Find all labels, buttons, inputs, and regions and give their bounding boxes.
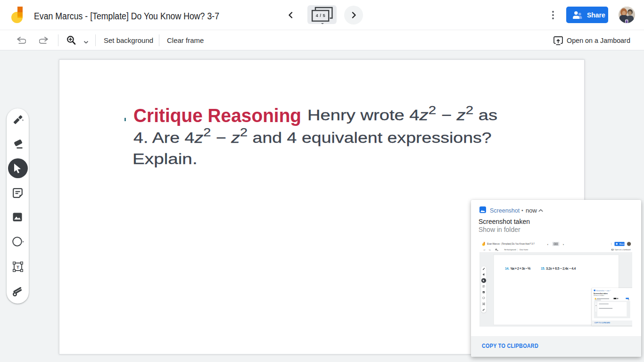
svg-text:T: T bbox=[17, 264, 19, 270]
